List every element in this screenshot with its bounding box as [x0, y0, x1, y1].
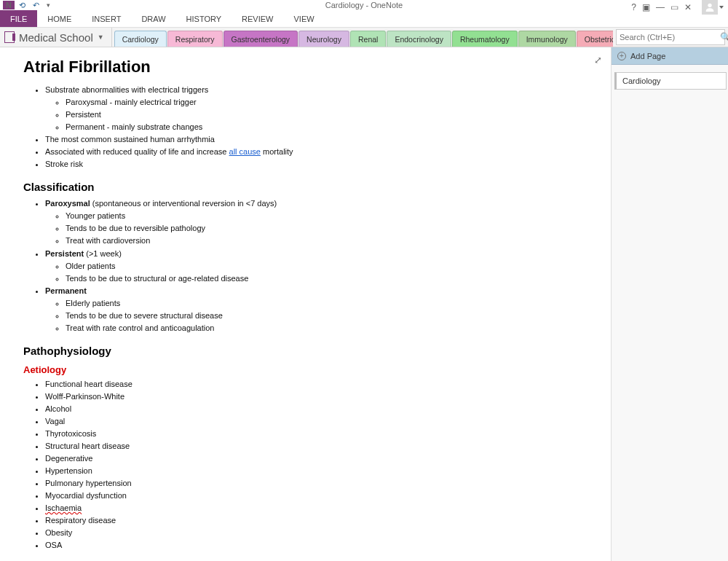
list-item: OSA	[45, 539, 596, 552]
help-icon[interactable]: ?	[631, 2, 636, 12]
window-title: Cardiology - OneNote	[325, 1, 403, 9]
section-tab[interactable]: Immunology	[518, 31, 576, 47]
list-item: Paroxysmal - mainly electrical trigger	[66, 96, 596, 109]
list-item: Tends to be due to structural or age-rel…	[66, 272, 596, 285]
list-item: Thyrotoxicosis	[45, 428, 596, 440]
user-badge[interactable]	[702, 0, 718, 15]
list-item: Permanent Elderly patients Tends to be d…	[45, 285, 596, 334]
list-item: Stroke risk	[45, 158, 596, 170]
ribbon-tab-history[interactable]: HISTORY	[176, 10, 232, 27]
heading-pathophysiology: Pathophysiology	[23, 345, 596, 357]
list-item: Hypertension	[45, 465, 596, 477]
notebook-name: Medical School	[19, 31, 93, 44]
expand-icon[interactable]: ⤢	[594, 55, 602, 66]
list-item: Elderly patients	[66, 297, 596, 310]
list-item: Myocardial dysfunction	[45, 490, 596, 502]
maximize-icon[interactable]: ▭	[670, 2, 678, 12]
add-page-button[interactable]: + Add Page	[612, 47, 728, 65]
svg-point-0	[708, 4, 711, 7]
section-tab[interactable]: Respiratory	[167, 31, 223, 47]
list-item: Obesity	[45, 527, 596, 539]
undo-button[interactable]: ↶	[30, 1, 42, 10]
plus-icon: +	[617, 52, 626, 60]
list-item: Tends to be due to severe structural dis…	[66, 310, 596, 322]
notebook-icon	[4, 31, 15, 43]
ribbon-display-icon[interactable]: ▣	[642, 2, 650, 12]
section-tab[interactable]: Cardiology	[114, 31, 167, 47]
ribbon-tab-view[interactable]: VIEW	[283, 10, 324, 27]
list-item: Associated with reduced quality of life …	[45, 146, 596, 158]
list-item: Permanent - mainly substrate changes	[66, 121, 596, 133]
back-button[interactable]: ⟲	[16, 1, 28, 10]
list-item: Functional heart disease	[45, 378, 596, 391]
list-item: Older patients	[66, 260, 596, 272]
list-item: Paroxysmal (spontaneous or interventiona…	[45, 197, 596, 247]
minimize-icon[interactable]: —	[656, 2, 665, 12]
section-tab[interactable]: Neurology	[298, 31, 349, 47]
section-tab[interactable]: Renal	[350, 31, 386, 47]
search-input[interactable]	[620, 33, 720, 42]
list-item: Substrate abnormalities with electrical …	[45, 84, 596, 133]
list-item: Alcohol	[45, 403, 596, 415]
ribbon-tab-draw[interactable]: DRAW	[131, 10, 175, 27]
add-page-label: Add Page	[630, 52, 665, 60]
search-icon: 🔍	[720, 32, 728, 42]
list-item: Treat with rate control and anticoagulat…	[66, 322, 596, 334]
list-item: Younger patients	[66, 210, 596, 222]
qat-dropdown[interactable]: ▾	[44, 1, 53, 9]
list-item: Vagal	[45, 415, 596, 428]
search-box[interactable]: 🔍 ▾	[616, 29, 725, 45]
list-item: The most common sustained human arrhythm…	[45, 133, 596, 146]
file-menu[interactable]: FILE	[0, 10, 37, 27]
chevron-down-icon: ▼	[98, 34, 104, 41]
page-item[interactable]: Cardiology	[614, 72, 727, 90]
list-item: Treat with cardioversion	[66, 235, 596, 247]
section-tab[interactable]: Obstetrics	[577, 31, 613, 47]
close-icon[interactable]: ✕	[684, 2, 692, 12]
page-title: Atrial Fibrillation	[23, 58, 596, 76]
ribbon-tab-review[interactable]: REVIEW	[232, 10, 283, 27]
section-tab[interactable]: Rheumatology	[452, 31, 518, 47]
page-canvas[interactable]: ⤢ Atrial Fibrillation Substrate abnormal…	[0, 47, 611, 561]
list-item: Degenerative	[45, 452, 596, 465]
notebook-selector[interactable]: Medical School ▼	[0, 28, 112, 47]
list-item: Tends to be due to reversible pathology	[66, 222, 596, 235]
heading-classification: Classification	[23, 181, 596, 193]
ribbon-tab-insert[interactable]: INSERT	[82, 10, 131, 27]
list-item: Structural heart disease	[45, 440, 596, 452]
app-icon: N	[3, 1, 15, 9]
section-tab[interactable]: Endocrinology	[387, 31, 451, 47]
subheading-aetiology: Aetiology	[23, 364, 596, 375]
list-item: Persistent	[66, 109, 596, 121]
list-item: Persistent (>1 week) Older patients Tend…	[45, 248, 596, 285]
list-item: Respiratory disease	[45, 514, 596, 527]
list-item: Pulmonary hypertension	[45, 477, 596, 490]
section-tab[interactable]: Gastroenterology	[223, 31, 298, 47]
list-item: Ischaemia	[45, 502, 596, 514]
ribbon-tab-home[interactable]: HOME	[37, 10, 82, 27]
list-item: Wolff-Parkinson-White	[45, 391, 596, 403]
